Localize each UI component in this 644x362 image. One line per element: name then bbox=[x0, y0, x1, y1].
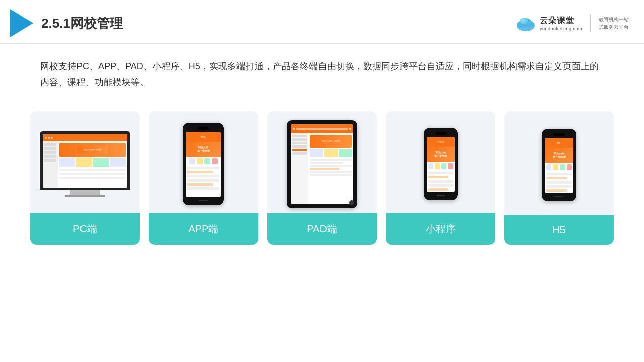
header-left: 2.5.1网校管理 bbox=[10, 9, 123, 37]
header: 2.5.1网校管理 云朵课堂 yunduoketang.com 教育机构一站 式… bbox=[0, 0, 644, 44]
header-right: 云朵课堂 yunduoketang.com 教育机构一站 式服务云平台 bbox=[515, 14, 629, 32]
tablet-pad-icon: 职达人的第一堂网课 bbox=[287, 120, 357, 208]
card-pc: 职达人的第一堂网课 bbox=[30, 111, 140, 245]
card-label-h5: H5 bbox=[504, 215, 614, 245]
page-title: 2.5.1网校管理 bbox=[41, 15, 123, 32]
cloud-logo: 云朵课堂 yunduoketang.com bbox=[515, 15, 582, 32]
card-image-h5: H5 职达人的第一堂网课 bbox=[504, 111, 614, 215]
card-image-app: 网校 职达人的第一堂网课 bbox=[149, 111, 259, 213]
pc-monitor-icon: 职达人的第一堂网课 bbox=[40, 131, 130, 197]
card-image-pc: 职达人的第一堂网课 bbox=[30, 111, 140, 213]
logo-divider bbox=[590, 14, 591, 32]
phone-app-icon: 网校 职达人的第一堂网课 bbox=[181, 123, 226, 205]
card-image-pad: 职达人的第一堂网课 bbox=[267, 111, 377, 213]
logo-sub: yunduoketang.com bbox=[540, 26, 582, 31]
svg-point-5 bbox=[520, 18, 525, 22]
card-pad: 职达人的第一堂网课 bbox=[267, 111, 377, 245]
description-text: 网校支持PC、APP、PAD、小程序、H5，实现多端打通，产品各终端自由切换，数… bbox=[0, 44, 644, 96]
card-h5: H5 职达人的第一堂网课 bbox=[504, 111, 614, 245]
cards-container: 职达人的第一堂网课 bbox=[0, 96, 644, 260]
phone-h5-icon: H5 职达人的第一堂网课 bbox=[541, 129, 577, 201]
play-triangle-icon bbox=[10, 9, 33, 37]
card-image-miniprogram: 小程序 职达人的第一堂网课 bbox=[386, 111, 496, 213]
logo-text-block: 云朵课堂 yunduoketang.com bbox=[540, 16, 582, 31]
logo-name: 云朵课堂 bbox=[540, 16, 574, 26]
card-label-miniprogram: 小程序 bbox=[386, 213, 496, 245]
logo-tagline: 教育机构一站 式服务云平台 bbox=[599, 16, 629, 31]
card-label-pc: PC端 bbox=[30, 213, 140, 245]
card-app: 网校 职达人的第一堂网课 bbox=[149, 111, 259, 245]
phone-miniprogram-icon: 小程序 职达人的第一堂网课 bbox=[423, 128, 458, 200]
card-label-pad: PAD端 bbox=[267, 213, 377, 245]
cloud-icon bbox=[515, 15, 537, 32]
card-miniprogram: 小程序 职达人的第一堂网课 bbox=[386, 111, 496, 245]
card-label-app: APP端 bbox=[149, 213, 259, 245]
